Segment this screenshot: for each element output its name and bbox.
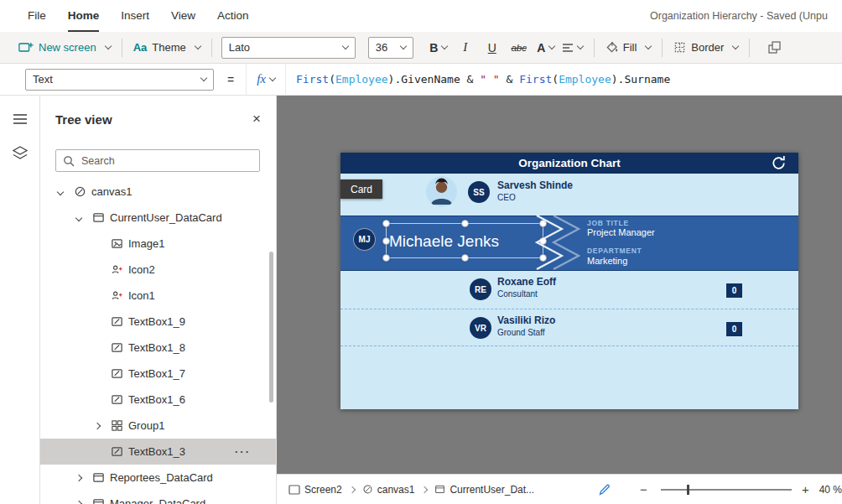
breadcrumb-screen2[interactable]: Screen2 [288, 484, 342, 496]
control-type-tooltip: Card [340, 179, 382, 199]
edit-pencil-button[interactable] [598, 483, 611, 496]
report-count-badge[interactable]: 0 [726, 322, 742, 336]
ribbon-divider [662, 39, 663, 57]
tree-item-manager-datacard[interactable]: Manager_DataCard [40, 491, 276, 504]
property-select[interactable]: Text [25, 69, 214, 91]
menu-view[interactable]: View [160, 0, 206, 32]
group-icon [111, 419, 123, 432]
refresh-icon[interactable] [770, 154, 787, 172]
job-title-label: JOB TITLE [587, 219, 629, 227]
selection-handle[interactable] [382, 237, 390, 245]
tree-item-icon2[interactable]: Icon2 [40, 257, 276, 283]
menu-action[interactable]: Action [206, 0, 260, 32]
align-icon [562, 43, 574, 53]
selection-handle[interactable] [382, 254, 390, 262]
zoom-out-button[interactable]: − [640, 482, 647, 496]
expand-toggle[interactable] [92, 423, 111, 429]
hamburger-menu-button[interactable] [0, 102, 40, 136]
menu-home[interactable]: Home [57, 0, 111, 32]
window-title: Organization Hierarchy - Saved (Unpu [650, 0, 828, 32]
selection-handle[interactable] [461, 254, 469, 262]
underline-button[interactable]: U [479, 35, 506, 60]
tree-item-label: Reportees_DataCard [110, 471, 213, 484]
menu-file[interactable]: File [17, 0, 57, 32]
tree-item-group1[interactable]: Group1 [40, 413, 276, 439]
powerapps-studio-window: File Home Insert View Action Organizatio… [0, 0, 842, 504]
breadcrumb-currentuser-datacard[interactable]: CurrentUser_Dat... [434, 484, 534, 496]
avatar-initials[interactable]: VR [470, 317, 491, 339]
currentuser-card-selected[interactable]: MJ Michaele Jenks JOB TITLE [340, 216, 798, 271]
tree-item-textbox1-6[interactable]: TextBox1_6 [40, 387, 276, 413]
tree-search-box[interactable] [55, 149, 260, 172]
breadcrumb: Screen2 canvas1 CurrentUser_Dat... [288, 484, 534, 496]
theme-icon: Aa [133, 41, 148, 54]
tree-item-currentuser-datacard[interactable]: CurrentUser_DataCard [40, 205, 276, 231]
app-screen[interactable]: Organization Chart SS Sarvesh Shinde CEO… [340, 153, 798, 409]
canvas-control-icon [74, 185, 86, 198]
tree-scrollbar[interactable] [269, 252, 273, 403]
chevron-right-icon [421, 486, 428, 492]
avatar-initials[interactable]: MJ [353, 228, 376, 251]
tree-view-nav-button[interactable] [0, 136, 40, 169]
tree-view-header: Tree view × [55, 111, 264, 127]
formula-token: Employee [335, 73, 388, 86]
zigzag-decoration [533, 214, 580, 274]
person-name: Roxane Eoff [497, 276, 556, 288]
new-screen-button[interactable]: New screen [15, 32, 114, 64]
icon-control-icon [111, 289, 123, 302]
textbox-icon [111, 445, 123, 458]
font-family-select[interactable]: Lato [221, 37, 356, 59]
tree-item-image1[interactable]: Image1 [40, 231, 276, 257]
tree-item-textbox1-3-selected[interactable]: TextBox1_3 ··· [40, 439, 276, 465]
fill-button[interactable]: Fill [602, 32, 655, 64]
chevron-down-icon [341, 43, 348, 49]
report-card[interactable]: RE Roxane Eoff Consultant 0 [340, 271, 798, 309]
report-count-badge[interactable]: 0 [726, 283, 742, 298]
app-header-bar[interactable]: Organization Chart [340, 153, 798, 174]
tree-item-label: Manager_DataCard [110, 497, 205, 504]
selection-handle[interactable] [382, 220, 390, 227]
tree-item-textbox1-7[interactable]: TextBox1_7 [40, 361, 276, 387]
italic-button[interactable]: I [452, 35, 479, 60]
font-color-button[interactable]: A [533, 35, 559, 60]
selection-handle[interactable] [461, 220, 469, 227]
search-input[interactable] [81, 155, 241, 167]
bold-button[interactable]: B [425, 35, 452, 60]
tree-item-icon1[interactable]: Icon1 [40, 283, 276, 309]
design-canvas[interactable]: Organization Chart SS Sarvesh Shinde CEO… [277, 96, 842, 474]
tree-item-label: Group1 [128, 419, 164, 432]
tree-item-reportees-datacard[interactable]: Reportees_DataCard [40, 465, 276, 491]
ribbon-divider [749, 39, 750, 57]
tree-item-textbox1-9[interactable]: TextBox1_9 [40, 309, 276, 335]
tree-item-label: Image1 [128, 237, 164, 250]
zoom-slider[interactable] [661, 489, 792, 491]
item-options-icon[interactable]: ··· [235, 445, 251, 458]
zoom-slider-handle[interactable] [687, 485, 689, 495]
border-button[interactable]: Border [670, 32, 741, 64]
avatar[interactable] [426, 176, 457, 207]
theme-button[interactable]: Aa Theme [130, 32, 204, 64]
reorder-button[interactable] [764, 32, 785, 64]
formula-input[interactable]: First(Employee).GivenName & " " & First(… [286, 73, 670, 86]
expand-toggle[interactable] [55, 190, 74, 195]
ceo-card[interactable]: SS Sarvesh Shinde CEO [340, 174, 798, 216]
alignment-button[interactable] [559, 35, 586, 60]
zoom-in-button[interactable]: + [802, 482, 809, 496]
breadcrumb-canvas1[interactable]: canvas1 [362, 484, 415, 496]
report-card[interactable]: VR Vasiliki Rizo Ground Staff 0 [340, 309, 798, 346]
expand-toggle[interactable] [74, 501, 92, 504]
chevron-down-icon [732, 43, 739, 49]
avatar-initials[interactable]: SS [468, 181, 490, 203]
tree-item-canvas1[interactable]: canvas1 [40, 179, 276, 205]
menu-insert[interactable]: Insert [110, 0, 160, 32]
close-icon[interactable]: × [249, 111, 264, 127]
expand-toggle[interactable] [74, 475, 92, 481]
fx-dropdown[interactable]: fx [246, 64, 286, 96]
expand-toggle[interactable] [74, 216, 92, 221]
font-size-select[interactable]: 36 [368, 37, 413, 59]
tree-item-textbox1-8[interactable]: TextBox1_8 [40, 335, 276, 361]
avatar-initials[interactable]: RE [470, 278, 491, 300]
strikethrough-button[interactable]: abc [506, 35, 533, 60]
tree-item-label: TextBox1_6 [128, 393, 185, 406]
selected-textbox[interactable]: Michaele Jenks [386, 223, 543, 258]
